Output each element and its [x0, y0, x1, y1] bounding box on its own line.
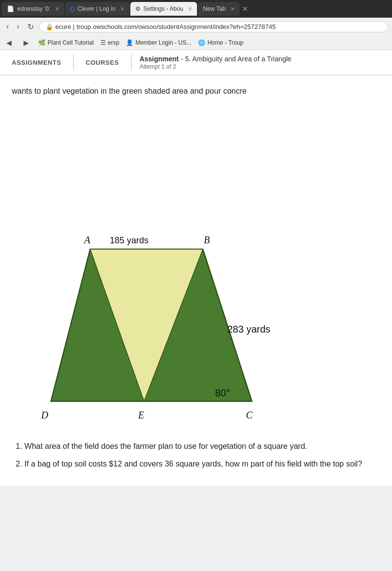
question-2-number: 2.: [16, 460, 22, 468]
assignments-label: ASSIGNMENTS: [12, 59, 61, 66]
problem-text: wants to plant vegetation in the green s…: [12, 85, 380, 97]
bookmarks-bar: ◀ ▶ 🌿 Plant Cell Tutorial ☰ ersp 👤 Membe…: [0, 35, 392, 50]
assignment-prefix: Assignment: [140, 55, 179, 63]
bookmark-home[interactable]: 🌐 Home - Troup: [198, 39, 243, 46]
label-c: C: [246, 410, 253, 420]
history-forward[interactable]: ▶: [21, 38, 31, 48]
bookmark-ersp-icon: ☰: [100, 39, 106, 46]
bookmark-member-icon: 👤: [126, 39, 133, 46]
tab-clever-label: Clever | Log in: [77, 5, 115, 12]
question-1-text: What area of the field does the farmer p…: [24, 442, 307, 450]
label-a: A: [83, 234, 91, 245]
tab-settings-icon: ⚙: [135, 5, 141, 12]
diagram-svg: A 185 yards B 283 yards 80° D E C: [12, 107, 392, 431]
assignment-title: - 5. Ambiguity and Area of a Triangle: [181, 55, 292, 63]
question-2-text: If a bag of top soil costs $12 and cover…: [24, 460, 362, 468]
tab-newtab[interactable]: New Tab ×: [198, 2, 240, 16]
nav-assignments[interactable]: ASSIGNMENTS: [0, 50, 73, 75]
bookmark-plant-cell-label: Plant Cell Tutorial: [48, 39, 94, 46]
tab-clever[interactable]: C Clever | Log in ×: [65, 2, 129, 16]
bookmark-home-icon: 🌐: [198, 39, 205, 46]
history-back[interactable]: ◀: [4, 38, 14, 48]
browser-chrome: 📄 ednesday '0: × C Clever | Log in × ⚙ S…: [0, 0, 392, 50]
assignment-attempt: Attempt 1 of 2: [140, 63, 292, 70]
back-button[interactable]: ‹: [4, 21, 11, 32]
lock-icon: 🔒: [46, 23, 53, 30]
address-text: troup.owschools.com/owsoo/studentAssignm…: [76, 23, 276, 30]
tab-settings-label: Settings - Abou: [144, 5, 183, 12]
tab-settings-close[interactable]: ×: [188, 5, 192, 13]
assignment-info: Assignment - 5. Ambiguity and Area of a …: [132, 50, 299, 75]
side-measurement-label: 283 yards: [227, 324, 270, 335]
main-content: wants to plant vegetation in the green s…: [0, 76, 392, 486]
tab-wednesday-label: ednesday '0:: [17, 5, 50, 12]
tab-clever-close[interactable]: ×: [120, 5, 124, 13]
tab-settings[interactable]: ⚙ Settings - Abou ×: [130, 2, 197, 16]
forward-button[interactable]: ›: [14, 21, 22, 32]
tab-newtab-label: New Tab: [203, 5, 225, 12]
address-bar[interactable]: 🔒 ecure | troup.owschools.com/owsoo/stud…: [39, 21, 388, 32]
tab-wednesday-close[interactable]: ×: [55, 5, 59, 13]
bookmark-home-label: Home - Troup: [207, 39, 243, 46]
assignment-title-row: Assignment - 5. Ambiguity and Area of a …: [140, 54, 292, 63]
diagram-container: A 185 yards B 283 yards 80° D E C: [12, 107, 380, 431]
tab-wednesday[interactable]: 📄 ednesday '0: ×: [2, 2, 64, 16]
bookmark-plant-cell-icon: 🌿: [38, 39, 46, 46]
bookmark-plant-cell[interactable]: 🌿 Plant Cell Tutorial: [38, 39, 94, 46]
question-1: 1. What area of the field does the farme…: [16, 441, 376, 452]
label-b: B: [204, 234, 210, 245]
tab-newtab-close[interactable]: ×: [231, 5, 235, 13]
nav-courses[interactable]: COURSES: [74, 50, 131, 75]
address-bar-row: ‹ › ↻ 🔒 ecure | troup.owschools.com/owso…: [0, 18, 392, 35]
label-e: E: [138, 410, 144, 420]
tab-bar: 📄 ednesday '0: × C Clever | Log in × ⚙ S…: [0, 0, 392, 18]
reload-button[interactable]: ↻: [25, 21, 36, 32]
courses-label: COURSES: [86, 59, 119, 66]
bookmark-member-label: Member Login - US...: [135, 39, 191, 46]
bookmark-ersp[interactable]: ☰ ersp: [100, 39, 119, 46]
tab-wednesday-icon: 📄: [7, 5, 14, 12]
bookmark-ersp-label: ersp: [108, 39, 119, 46]
bookmark-member[interactable]: 👤 Member Login - US...: [126, 39, 191, 46]
label-d: D: [41, 410, 49, 420]
address-prefix: ecure |: [55, 23, 75, 30]
question-2: 2. If a bag of top soil costs $12 and co…: [16, 458, 376, 470]
questions-section: 1. What area of the field does the farme…: [12, 441, 380, 470]
tab-clever-icon: C: [70, 5, 74, 13]
close-button[interactable]: ×: [243, 4, 248, 14]
question-1-number: 1.: [16, 442, 22, 450]
app-header: ASSIGNMENTS COURSES Assignment - 5. Ambi…: [0, 50, 392, 76]
angle-label: 80°: [215, 388, 230, 398]
top-measurement-label: 185 yards: [110, 235, 148, 245]
